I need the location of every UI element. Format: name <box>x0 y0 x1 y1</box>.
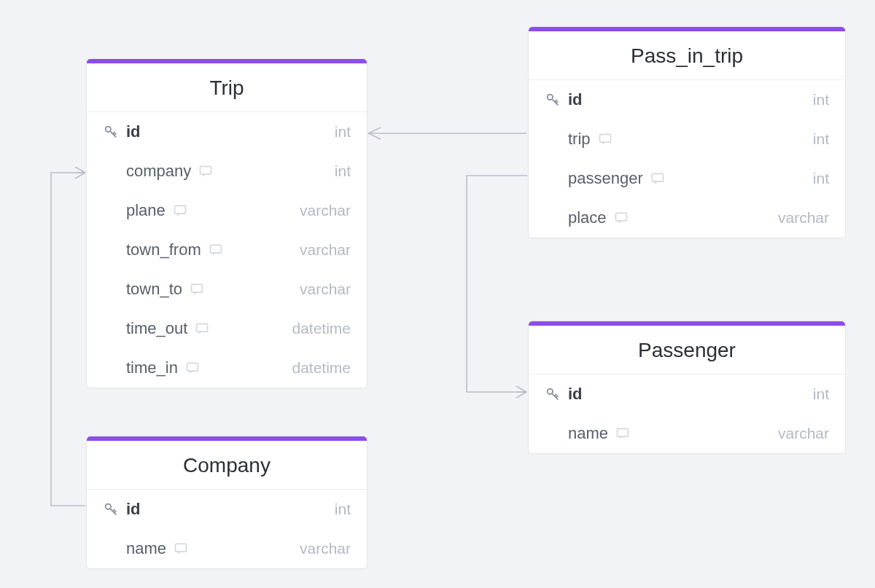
field-row[interactable]: name varchar <box>87 529 367 568</box>
entity-fields: id int name varchar <box>529 375 845 453</box>
field-row[interactable]: id int <box>529 375 845 414</box>
entity-title: Pass_in_trip <box>529 31 845 80</box>
field-type: int <box>813 130 829 148</box>
diagram-canvas: Trip id int company int <box>0 0 875 588</box>
spacer <box>103 541 119 557</box>
svg-rect-3 <box>210 245 221 253</box>
svg-point-13 <box>106 504 111 509</box>
comment-icon <box>198 164 213 179</box>
field-type: int <box>813 385 829 403</box>
svg-rect-5 <box>197 324 208 332</box>
entity-fields: id int name varchar <box>87 490 367 568</box>
spacer <box>545 131 561 147</box>
field-row[interactable]: trip int <box>529 119 845 159</box>
field-type: datetime <box>292 359 351 377</box>
comment-icon <box>209 243 223 257</box>
field-name: company <box>126 162 191 181</box>
spacer <box>545 170 561 187</box>
comment-icon <box>614 211 629 225</box>
field-row[interactable]: name varchar <box>529 414 845 453</box>
spacer <box>103 242 119 258</box>
comment-icon <box>185 361 200 375</box>
field-name: town_from <box>126 240 201 259</box>
field-type: varchar <box>300 540 351 557</box>
comment-icon <box>195 321 209 336</box>
entity-title: Trip <box>87 63 367 112</box>
field-row[interactable]: town_from varchar <box>87 230 367 270</box>
svg-rect-12 <box>618 428 629 436</box>
field-type: int <box>335 162 351 180</box>
field-row[interactable]: plane varchar <box>87 191 367 230</box>
field-name: town_to <box>126 280 182 299</box>
svg-rect-1 <box>201 166 211 174</box>
entity-pass-in-trip[interactable]: Pass_in_trip id int trip int <box>528 26 846 238</box>
field-type: int <box>813 170 829 187</box>
field-name: id <box>126 122 141 141</box>
comment-icon <box>650 171 665 186</box>
field-row[interactable]: town_to varchar <box>87 270 367 309</box>
comment-icon <box>173 203 187 218</box>
field-row[interactable]: company int <box>87 152 367 191</box>
comment-icon <box>615 426 630 441</box>
entity-company[interactable]: Company id int name varchar <box>86 436 368 569</box>
field-name: id <box>568 90 583 109</box>
svg-rect-10 <box>615 213 626 221</box>
spacer <box>103 360 119 376</box>
field-row[interactable]: passenger int <box>529 159 845 198</box>
svg-rect-4 <box>192 284 203 292</box>
entity-fields: id int trip int passenger int <box>529 80 845 238</box>
field-name: passenger <box>568 169 643 188</box>
field-type: varchar <box>778 209 829 227</box>
comment-icon <box>174 541 188 556</box>
spacer <box>103 321 119 337</box>
key-icon <box>545 386 561 402</box>
field-type: int <box>335 501 351 518</box>
svg-point-0 <box>106 127 111 132</box>
key-icon <box>545 92 561 108</box>
field-name: name <box>126 539 166 558</box>
field-row[interactable]: time_in datetime <box>87 348 367 388</box>
entity-passenger[interactable]: Passenger id int name varchar <box>528 321 846 454</box>
svg-point-11 <box>548 389 553 394</box>
field-type: int <box>335 123 351 141</box>
comment-icon <box>190 282 204 297</box>
field-name: place <box>568 208 607 227</box>
field-type: varchar <box>300 281 351 298</box>
spacer <box>103 203 119 219</box>
field-row[interactable]: place varchar <box>529 198 845 238</box>
field-row[interactable]: id int <box>87 490 367 529</box>
spacer <box>545 426 561 442</box>
svg-rect-9 <box>652 173 663 181</box>
field-name: time_in <box>126 358 178 377</box>
key-icon <box>103 124 119 140</box>
svg-rect-14 <box>176 544 187 552</box>
entity-trip[interactable]: Trip id int company int <box>86 58 368 388</box>
entity-fields: id int company int plane varchar <box>87 112 367 388</box>
field-name: time_out <box>126 319 187 338</box>
field-name: plane <box>126 201 166 220</box>
svg-point-7 <box>548 95 553 100</box>
spacer <box>103 281 119 297</box>
spacer <box>103 163 119 179</box>
field-name: id <box>568 385 583 404</box>
key-icon <box>103 501 119 517</box>
field-name: name <box>568 424 608 443</box>
field-type: varchar <box>300 202 351 219</box>
spacer <box>545 210 561 226</box>
field-name: trip <box>568 130 591 149</box>
svg-rect-6 <box>187 363 198 371</box>
field-type: datetime <box>292 320 351 337</box>
svg-rect-2 <box>174 205 185 213</box>
svg-rect-8 <box>599 134 610 142</box>
field-row[interactable]: id int <box>529 80 845 119</box>
entity-title: Passenger <box>529 326 845 375</box>
field-row[interactable]: id int <box>87 112 367 152</box>
entity-title: Company <box>87 441 367 490</box>
field-type: varchar <box>778 425 829 442</box>
field-type: int <box>813 91 829 109</box>
comment-icon <box>598 132 612 146</box>
field-name: id <box>126 500 141 519</box>
field-type: varchar <box>300 241 351 259</box>
field-row[interactable]: time_out datetime <box>87 309 367 348</box>
